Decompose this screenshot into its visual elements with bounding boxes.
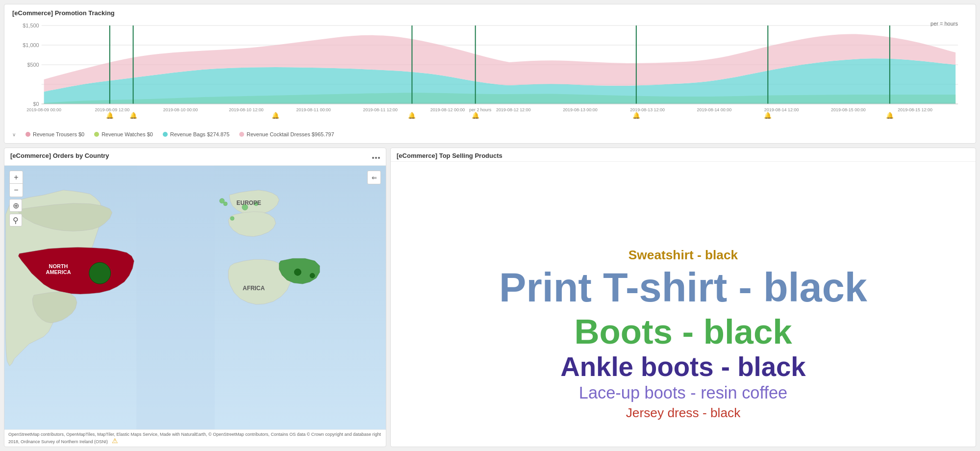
svg-text:2019-08-10 12:00: 2019-08-10 12:00 [229, 107, 264, 112]
svg-point-45 [294, 269, 301, 276]
svg-point-46 [310, 273, 315, 278]
svg-rect-48 [136, 166, 214, 429]
chart-legend: ∨ Revenue Trousers $0 Revenue Watches $0… [12, 131, 968, 137]
legend-label-trousers: Revenue Trousers $0 [33, 131, 84, 137]
page-wrapper: [eCommerce] Promotion Tracking per = hou… [0, 0, 980, 451]
svg-text:🔔: 🔔 [106, 111, 114, 119]
word-print-tshirt: Print T-shirt - black [499, 265, 868, 310]
wordcloud-svg: Sweatshirt - black Print T-shirt - black… [391, 162, 976, 447]
svg-text:🔔: 🔔 [472, 111, 480, 119]
word-sweatshirt: Sweatshirt - black [628, 248, 738, 263]
svg-text:🔔: 🔔 [764, 111, 772, 119]
map-zoom-controls[interactable]: + − [9, 171, 23, 197]
bottom-row: [eCommerce] Orders by Country [4, 148, 976, 447]
map-warning-icon: ⚠ [112, 437, 118, 445]
svg-text:$1,000: $1,000 [23, 42, 39, 48]
svg-text:$1,500: $1,500 [23, 23, 39, 28]
word-laceup-boots: Lace-up boots - resin coffee [579, 383, 787, 402]
map-attribution: OpenStreetMap contributors, OpenMapTiles… [8, 432, 381, 444]
svg-text:2019-08-15 00:00: 2019-08-15 00:00 [831, 107, 866, 112]
wordcloud-content: Sweatshirt - black Print T-shirt - black… [391, 162, 976, 447]
map-extra-controls[interactable]: ⊕ ⚲ [9, 199, 22, 226]
svg-text:AMERICA: AMERICA [46, 269, 71, 275]
map-controls[interactable] [372, 157, 380, 159]
svg-text:2019-08-15 12:00: 2019-08-15 12:00 [898, 107, 932, 112]
map-svg: NORTH AMERICA EUROPE AFRICA [4, 166, 386, 429]
svg-text:🔔: 🔔 [408, 111, 416, 119]
legend-item-trousers: Revenue Trousers $0 [25, 131, 84, 137]
legend-dot-trousers [25, 132, 30, 137]
wordcloud-panel: [eCommerce] Top Selling Products Sweatsh… [390, 148, 976, 447]
wordcloud-panel-header: [eCommerce] Top Selling Products [391, 148, 976, 162]
svg-text:2019-08-09 00:00: 2019-08-09 00:00 [26, 107, 61, 112]
svg-text:2019-08-11 00:00: 2019-08-11 00:00 [296, 107, 331, 112]
word-ankle-boots: Ankle boots - black [560, 352, 806, 382]
map-panel-header: [eCommerce] Orders by Country [4, 148, 386, 166]
svg-text:🔔: 🔔 [129, 111, 138, 119]
svg-text:2019-08-10 00:00: 2019-08-10 00:00 [163, 107, 198, 112]
map-filter-button[interactable]: ⇐ [367, 171, 381, 184]
map-footer: OpenStreetMap contributors, OpenMapTiles… [4, 429, 386, 447]
per-label: per = hours [930, 21, 958, 26]
promotion-chart-svg: $1,500 $1,000 $500 $0 [12, 21, 968, 119]
legend-item-watches: Revenue Watches $0 [94, 131, 153, 137]
legend-item-cocktail: Revenue Cocktail Dresses $965.797 [239, 131, 334, 137]
promotion-tracking-title: [eCommerce] Promotion Tracking [12, 9, 968, 17]
svg-text:$0: $0 [33, 101, 39, 107]
svg-point-41 [224, 202, 227, 206]
legend-dot-cocktail [239, 132, 244, 137]
word-jersey-dress: Jersey dress - black [626, 405, 741, 420]
legend-item-bags: Revenue Bags $274.875 [163, 131, 229, 137]
map-container[interactable]: NORTH AMERICA EUROPE AFRICA + − ⊕ ⚲ ⇐ [4, 166, 386, 429]
svg-point-40 [220, 199, 225, 203]
svg-text:AFRICA: AFRICA [243, 285, 265, 292]
svg-text:2019-08-12 00:00: 2019-08-12 00:00 [430, 107, 465, 112]
legend-label-bags: Revenue Bags $274.875 [170, 131, 229, 137]
legend-label-watches: Revenue Watches $0 [101, 131, 153, 137]
legend-label-cocktail: Revenue Cocktail Dresses $965.797 [247, 131, 334, 137]
svg-text:🔔: 🔔 [886, 111, 894, 119]
zoom-out-button[interactable]: − [10, 184, 23, 197]
map-options-icon[interactable] [372, 157, 380, 159]
svg-text:2019-08-12 12:00: 2019-08-12 12:00 [496, 107, 531, 112]
svg-text:2019-08-13 00:00: 2019-08-13 00:00 [563, 107, 598, 112]
zoom-in-button[interactable]: + [10, 171, 23, 184]
map-panel: [eCommerce] Orders by Country [4, 148, 386, 447]
svg-text:🔔: 🔔 [272, 111, 280, 119]
wordcloud-panel-title: [eCommerce] Top Selling Products [397, 152, 503, 159]
zoom-button-group[interactable]: + − [9, 171, 23, 197]
svg-text:EUROPE: EUROPE [236, 200, 261, 206]
promotion-tracking-panel: [eCommerce] Promotion Tracking per = hou… [4, 4, 976, 144]
svg-point-47 [89, 262, 111, 284]
legend-dot-bags [163, 132, 168, 137]
map-compass-button[interactable]: ⊕ [9, 199, 22, 212]
svg-text:NORTH: NORTH [49, 263, 68, 269]
map-panel-title: [eCommerce] Orders by Country [10, 152, 109, 159]
svg-text:🔔: 🔔 [632, 111, 641, 119]
map-select-button[interactable]: ⚲ [9, 214, 22, 226]
svg-text:2019-08-14 00:00: 2019-08-14 00:00 [697, 107, 732, 112]
svg-text:2019-08-11 12:00: 2019-08-11 12:00 [363, 107, 398, 112]
legend-dot-watches [94, 132, 99, 137]
legend-collapse-icon[interactable]: ∨ [12, 132, 16, 137]
svg-text:$500: $500 [27, 62, 39, 68]
promotion-chart-area: per = hours $1,500 $1,000 $500 $0 [12, 21, 968, 128]
word-boots: Boots - black [574, 312, 792, 351]
svg-point-43 [230, 217, 234, 221]
